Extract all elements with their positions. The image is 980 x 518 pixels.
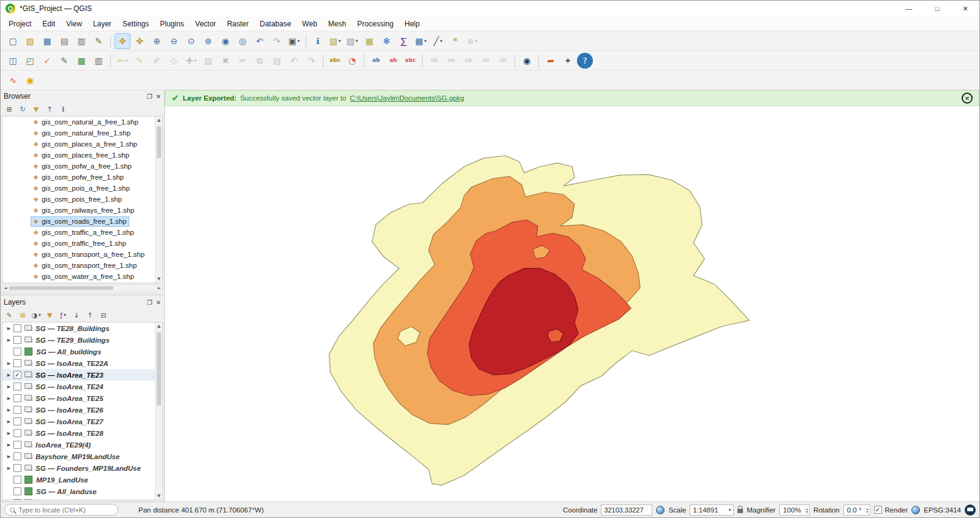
map-tips-button[interactable]: ❝ — [447, 33, 463, 49]
browser-item[interactable]: ❖gis_osm_transport_free_1.shp — [2, 260, 155, 271]
zoom-to-selection-button[interactable]: ◉ — [217, 33, 233, 49]
dropdown-caret-icon[interactable]: ▾ — [356, 39, 358, 44]
expand-arrow-icon[interactable]: ▶ — [5, 373, 13, 378]
menu-help[interactable]: Help — [399, 18, 426, 30]
delete-selected-button[interactable]: ✖ — [217, 53, 233, 69]
zoom-last-button[interactable]: ↶ — [252, 33, 268, 49]
magnifier-spinner[interactable]: 100% ▴ ▾ — [779, 505, 809, 516]
expand-arrow-icon[interactable]: ▶ — [5, 338, 13, 343]
select-by-form-button[interactable]: ▦ — [361, 33, 377, 49]
layer-checkbox[interactable] — [13, 452, 21, 460]
save-layer-edits-button[interactable]: ✐ — [149, 53, 165, 69]
spin-down-icon[interactable]: ▾ — [867, 510, 869, 513]
manage-map-themes-button[interactable]: ◑▾ — [30, 309, 42, 321]
zoom-full-button[interactable]: ⊛ — [200, 33, 216, 49]
quick-map-services-button[interactable]: ➦ — [543, 53, 559, 69]
zoom-out-button[interactable]: ⊖ — [166, 33, 182, 49]
layer-checkbox[interactable] — [13, 336, 21, 344]
crs-label[interactable]: EPSG:3414 — [924, 506, 961, 514]
expand-arrow-icon[interactable]: ▶ — [5, 361, 13, 366]
layer-diagram-button[interactable]: ◔ — [344, 53, 360, 69]
add-group-button[interactable]: ⊞ — [17, 309, 29, 321]
menu-settings[interactable]: Settings — [117, 18, 154, 30]
browser-item[interactable]: ❖gis_osm_transport_a_free_1.shp — [2, 249, 155, 260]
expand-arrow-icon[interactable]: ▶ — [5, 431, 13, 436]
browser-item[interactable]: ❖gis_osm_pois_free_1.shp — [2, 194, 155, 205]
new-print-layout-button[interactable]: ▤ — [56, 33, 72, 49]
layer-checkbox[interactable] — [13, 383, 21, 390]
scroll-right-icon[interactable]: ► — [157, 284, 162, 292]
browser-add-layer-button[interactable]: ⊞ — [3, 103, 15, 115]
menu-layer[interactable]: Layer — [88, 18, 117, 30]
new-virtual-layer-button[interactable]: ▥ — [91, 53, 107, 69]
layer-item[interactable]: ▼OpenStreetMap — [2, 497, 155, 500]
vertex-tool-button[interactable]: ✚▾ — [183, 53, 199, 69]
scroll-down-icon[interactable]: ▼ — [156, 492, 162, 500]
browser-properties-button[interactable]: ℹ — [57, 103, 69, 115]
browser-item[interactable]: ❖gis_osm_pois_a_free_1.shp — [2, 183, 155, 194]
layer-styling-button[interactable]: ✎ — [3, 309, 15, 321]
expand-all-button[interactable]: ↓ — [70, 309, 83, 321]
layer-item[interactable]: ▶SG — IsoArea_TE26 — [2, 404, 155, 416]
layer-item[interactable]: ▶IsoArea_TE29(4) — [2, 439, 155, 451]
render-checkbox[interactable]: ✓ Render — [874, 506, 908, 514]
scroll-left-icon[interactable]: ◄ — [2, 284, 8, 292]
layer-item[interactable]: ▶SG — Founders_MP19LandUse — [2, 462, 155, 474]
browser-vertical-scrollbar[interactable]: ▲ ▼ — [155, 116, 162, 283]
redo-button[interactable]: ↷ — [303, 53, 319, 69]
scroll-thumb[interactable] — [157, 332, 161, 406]
filter-legend-button[interactable]: ▼ — [43, 309, 56, 321]
menu-raster[interactable]: Raster — [222, 18, 254, 30]
layer-item[interactable]: ▶SG — IsoArea_TE25 — [2, 392, 155, 404]
label-abc-button[interactable]: abc — [402, 53, 418, 69]
layer-checkbox[interactable] — [13, 406, 21, 414]
save-project-button[interactable]: ▦ — [39, 33, 55, 49]
deselect-features-button[interactable]: ▧▾ — [344, 33, 360, 49]
layers-close-button[interactable]: ✕ — [156, 299, 161, 306]
layer-checkbox[interactable] — [13, 487, 21, 495]
expand-arrow-icon[interactable]: ▶ — [5, 326, 13, 331]
layer-item[interactable]: MP19_LandUse — [2, 474, 155, 486]
browser-item[interactable]: ❖gis_osm_pofw_a_free_1.shp — [2, 161, 155, 172]
dropdown-caret-icon[interactable]: ▾ — [39, 313, 41, 318]
menu-mesh[interactable]: Mesh — [323, 18, 352, 30]
plugin-chart-button[interactable]: ∿ — [5, 72, 21, 88]
scroll-thumb[interactable] — [157, 126, 161, 158]
layers-vertical-scrollbar[interactable]: ▲ ▼ — [155, 322, 162, 500]
paste-features-button[interactable]: ▤ — [269, 53, 285, 69]
layer-checkbox[interactable] — [13, 476, 21, 484]
layers-float-button[interactable]: ❐ — [147, 299, 153, 306]
new-map-view-button[interactable]: ▣▾ — [286, 33, 302, 49]
move-label-button[interactable]: ab — [426, 53, 442, 69]
dropdown-caret-icon[interactable]: ▾ — [64, 313, 66, 318]
expand-arrow-icon[interactable]: ▶ — [5, 384, 13, 389]
exported-file-link[interactable]: C:\Users\Jaylin\Documents\SG.gpkg — [350, 94, 464, 102]
remove-layer-button[interactable]: ⊟ — [97, 309, 110, 321]
dropdown-caret-icon[interactable]: ▾ — [298, 39, 300, 44]
curved-label-button[interactable]: ab — [478, 53, 494, 69]
scale-lock-button[interactable] — [737, 509, 743, 513]
statistics-summary-button[interactable]: ∑ — [396, 33, 412, 49]
browser-item[interactable]: ❖gis_osm_natural_free_1.shp — [2, 128, 155, 139]
menu-view[interactable]: View — [61, 18, 88, 30]
browser-filter-button[interactable]: ▼ — [30, 103, 42, 115]
profile-tool-button[interactable]: ✦ — [560, 53, 576, 69]
layout-manager-button[interactable]: ▥ — [74, 33, 89, 49]
layer-checkbox[interactable] — [13, 441, 21, 449]
browser-close-button[interactable]: ✕ — [156, 93, 161, 100]
layer-item[interactable]: ▶SG — TE28_Buildings — [2, 322, 155, 334]
osm-place-search-button[interactable]: ◉ — [519, 53, 535, 69]
add-feature-button[interactable]: ◇ — [166, 53, 182, 69]
scroll-track[interactable] — [8, 285, 156, 291]
browser-item[interactable]: ❖gis_osm_traffic_a_free_1.shp — [2, 227, 155, 238]
browser-horizontal-scrollbar[interactable]: ◄ ► — [2, 284, 163, 292]
browser-item[interactable]: ❖gis_osm_places_free_1.shp — [2, 150, 155, 161]
layer-checkbox[interactable] — [13, 417, 21, 425]
toggle-editing-button[interactable]: ✎ — [132, 53, 148, 69]
zoom-in-button[interactable]: ⊕ — [149, 33, 165, 49]
label-properties-button[interactable]: ab — [495, 53, 511, 69]
layer-item[interactable]: ▶✓SG — IsoArea_TE23 — [2, 369, 155, 381]
menu-edit[interactable]: Edit — [37, 18, 61, 30]
select-features-button[interactable]: ▧▾ — [327, 33, 343, 49]
rotation-spinner[interactable]: 0.0 ° ▴ ▾ — [843, 505, 870, 516]
